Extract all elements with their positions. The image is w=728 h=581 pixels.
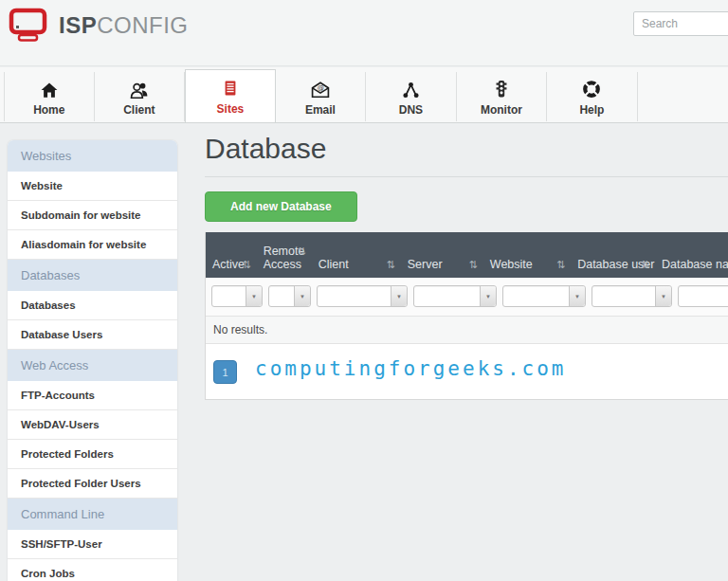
sidebar-item-database-users[interactable]: Database Users	[8, 320, 177, 350]
tab-label: DNS	[399, 103, 423, 117]
sort-icon[interactable]: ⇅	[387, 258, 395, 271]
tab-partial-clipped[interactable]	[638, 72, 728, 121]
filter-select-server[interactable]: ▼	[413, 285, 497, 307]
sidebar-item-databases[interactable]: Databases	[8, 291, 177, 320]
filter-select-website[interactable]: ▼	[502, 285, 586, 307]
tab-label: Sites	[217, 102, 245, 116]
database-table: Active ⇅ Remote Access ⇅ Client ⇅ Server…	[205, 232, 728, 400]
sidebar-item-subdomain[interactable]: Subdomain for website	[8, 201, 177, 230]
sidebar-item-aliasdomain[interactable]: Aliasdomain for website	[8, 230, 177, 260]
dropdown-arrow-icon[interactable]: ▼	[391, 286, 407, 306]
page-title: Database	[205, 133, 728, 165]
sidebar-section-websites: Websites	[8, 140, 177, 172]
watermark-text: computingforgeeks.com	[255, 357, 567, 380]
sidebar-menu: Websites Website Subdomain for website A…	[8, 140, 177, 581]
email-envelope-icon: @	[310, 78, 331, 99]
tab-label: Home	[33, 103, 64, 117]
title-divider	[205, 176, 728, 177]
column-header-database-user: Database user ⇅	[571, 258, 655, 271]
tab-sites[interactable]: Sites	[185, 69, 276, 122]
column-header-website: Website ⇅	[483, 258, 571, 271]
sort-icon[interactable]: ⇅	[556, 258, 565, 271]
column-header-remote-access: Remote Access ⇅	[257, 245, 312, 271]
svg-text:@: @	[318, 83, 324, 92]
sidebar-item-ftp-accounts[interactable]: FTP-Accounts	[8, 381, 177, 410]
tab-monitor[interactable]: Monitor	[457, 72, 547, 121]
sidebar-section-web-access: Web Access	[8, 350, 177, 381]
sidebar-item-protected-folders[interactable]: Protected Folders	[8, 440, 177, 469]
tab-client[interactable]: Client	[95, 72, 185, 121]
tab-email[interactable]: @ Email	[276, 72, 366, 121]
add-new-database-button[interactable]: Add new Database	[205, 191, 357, 222]
top-header: ISPCONFIG	[0, 0, 728, 66]
sidebar-item-cron-jobs[interactable]: Cron Jobs	[8, 559, 177, 581]
sidebar-item-ssh-sftp-user[interactable]: SSH/SFTP-User	[8, 530, 177, 559]
ispconfig-monitor-icon	[8, 8, 51, 44]
sidebar-item-protected-folder-users[interactable]: Protected Folder Users	[8, 469, 177, 499]
main-content: Database Add new Database Active ⇅ Remot…	[205, 125, 728, 400]
ispconfig-logo: ISPCONFIG	[8, 8, 189, 44]
sort-icon[interactable]: ⇅	[641, 258, 649, 271]
tab-label: Monitor	[481, 103, 522, 117]
tab-dns[interactable]: DNS	[366, 72, 456, 121]
sidebar-section-databases: Databases	[8, 260, 177, 291]
sort-icon[interactable]: ⇅	[297, 245, 305, 258]
table-footer: 1 computingforgeeks.com	[206, 344, 728, 399]
dropdown-arrow-icon[interactable]: ▼	[294, 286, 310, 306]
sidebar-section-command-line: Command Line	[8, 499, 177, 530]
filter-select-active[interactable]: ▼	[211, 285, 263, 307]
tab-help[interactable]: Help	[547, 72, 637, 121]
home-icon	[40, 78, 59, 99]
filter-select-remote-access[interactable]: ▼	[268, 285, 311, 307]
logo-text: ISPCONFIG	[59, 12, 189, 39]
sort-icon[interactable]: ⇅	[469, 258, 478, 271]
column-header-client: Client ⇅	[312, 258, 401, 271]
filter-select-client[interactable]: ▼	[317, 285, 408, 307]
dropdown-arrow-icon[interactable]: ▼	[480, 286, 496, 306]
column-header-server: Server ⇅	[401, 258, 483, 271]
main-navigation: Home Client Sites	[0, 67, 728, 123]
no-results-message: No results.	[206, 316, 728, 344]
tab-label: Help	[579, 103, 604, 117]
monitor-trafficlight-icon	[495, 78, 508, 99]
table-header-row: Active ⇅ Remote Access ⇅ Client ⇅ Server…	[206, 232, 728, 278]
tab-label: Email	[305, 103, 336, 117]
help-lifering-icon	[582, 78, 601, 99]
filter-select-database-user[interactable]: ▼	[592, 285, 672, 307]
dropdown-arrow-icon[interactable]: ▼	[569, 286, 585, 306]
column-header-database-name-clipped: Database name	[655, 258, 728, 271]
dropdown-arrow-icon[interactable]: ▼	[246, 286, 262, 306]
sites-document-icon	[222, 77, 239, 98]
client-people-icon	[129, 78, 150, 99]
logo-text-isp: ISP	[59, 12, 97, 38]
table-filter-row: ▼ ▼ ▼ ▼ ▼ ▼ ▼	[206, 278, 728, 316]
dropdown-arrow-icon[interactable]: ▼	[655, 286, 671, 306]
logo-text-config: CONFIG	[97, 12, 188, 38]
search-input[interactable]	[633, 11, 728, 36]
pagination-page-1-button[interactable]: 1	[213, 360, 237, 384]
dns-network-icon	[401, 78, 421, 99]
sidebar-item-webdav-users[interactable]: WebDAV-Users	[8, 410, 177, 440]
sidebar-item-website[interactable]: Website	[8, 172, 177, 201]
sort-icon[interactable]: ⇅	[242, 258, 250, 271]
tab-label: Client	[123, 103, 155, 117]
tab-home[interactable]: Home	[4, 72, 95, 121]
column-header-active: Active ⇅	[206, 258, 257, 271]
filter-select-database-name-clipped[interactable]: ▼	[678, 285, 728, 307]
